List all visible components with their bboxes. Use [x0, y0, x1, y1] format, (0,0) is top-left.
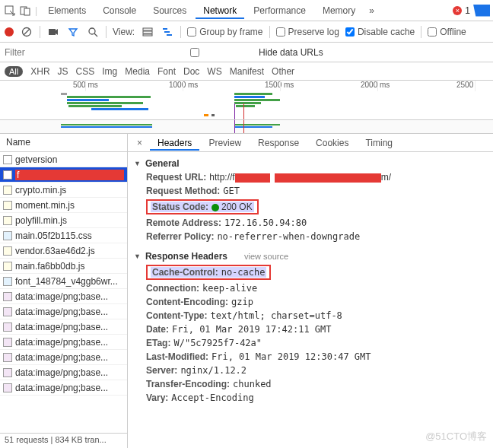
filter-xhr[interactable]: XHR: [30, 66, 49, 77]
device-icon[interactable]: [18, 4, 32, 17]
request-row[interactable]: main.05f2b115.css: [0, 228, 127, 243]
request-row[interactable]: data:image/png;base...: [0, 380, 127, 396]
tab-timing[interactable]: Timing: [358, 135, 400, 151]
request-list: Name getversionfcrypto.min.jsmoment.min.…: [0, 134, 128, 448]
tab-network[interactable]: Network: [196, 2, 244, 19]
tab-cookies[interactable]: Cookies: [308, 135, 356, 151]
file-icon: [3, 201, 12, 210]
error-indicator[interactable]: × 1: [453, 5, 490, 17]
request-row[interactable]: moment.min.js: [0, 198, 127, 213]
filter-all[interactable]: All: [5, 66, 23, 77]
file-name: data:image/png;base...: [15, 322, 108, 332]
tab-sources[interactable]: Sources: [145, 2, 194, 19]
request-row[interactable]: main.fa6bb0db.js: [0, 259, 127, 274]
tab-console[interactable]: Console: [95, 2, 144, 19]
triangle-down-icon: ▼: [134, 160, 141, 167]
devtools-tabs: | Elements Console Sources Network Perfo…: [0, 0, 493, 21]
section-response-headers[interactable]: ▼Response Headers view source: [128, 249, 493, 263]
timeline-overview[interactable]: 500 ms 1000 ms 1500 ms 2000 ms 2500: [0, 81, 493, 120]
filter-font[interactable]: Font: [157, 66, 176, 77]
main-split: Name getversionfcrypto.min.jsmoment.min.…: [0, 134, 493, 448]
request-row[interactable]: getversion: [0, 152, 127, 167]
svg-rect-8: [143, 28, 152, 30]
section-general[interactable]: ▼General: [128, 157, 493, 170]
transfer-encoding: Transfer-Encoding:chunked: [128, 377, 493, 391]
camera-icon[interactable]: [46, 25, 60, 39]
file-name: moment.min.js: [15, 200, 75, 211]
preserve-log-checkbox[interactable]: Preserve log: [276, 27, 339, 37]
request-row[interactable]: data:image/png;base...: [0, 319, 127, 335]
tab-elements[interactable]: Elements: [40, 2, 94, 19]
filter-manifest[interactable]: Manifest: [230, 66, 264, 77]
close-icon[interactable]: ×: [131, 138, 148, 148]
svg-line-4: [24, 29, 30, 35]
filter-img[interactable]: Img: [102, 66, 117, 77]
file-name: crypto.min.js: [15, 185, 66, 195]
column-header-name[interactable]: Name: [0, 134, 127, 152]
record-button[interactable]: [5, 27, 14, 37]
waterfall-icon[interactable]: [161, 25, 174, 39]
triangle-down-icon: ▼: [134, 253, 141, 260]
svg-rect-2: [24, 8, 30, 15]
file-icon: [3, 231, 12, 240]
file-icon: [3, 246, 12, 256]
filter-doc[interactable]: Doc: [183, 66, 199, 77]
request-row[interactable]: font_148784_v4ggb6wr...: [0, 274, 127, 289]
request-row[interactable]: crypto.min.js: [0, 183, 127, 198]
tab-memory[interactable]: Memory: [315, 2, 363, 19]
filter-media[interactable]: Media: [125, 66, 150, 77]
disable-cache-checkbox[interactable]: Disable cache: [345, 27, 415, 37]
request-row[interactable]: data:image/png;base...: [0, 365, 127, 380]
file-name: main.05f2b115.css: [15, 230, 92, 241]
file-icon: [3, 338, 12, 347]
file-name: data:image/png;base...: [15, 307, 108, 317]
hide-data-urls-checkbox[interactable]: Hide data URLs: [134, 47, 323, 58]
request-row[interactable]: data:image/png;base...: [0, 350, 127, 365]
request-row[interactable]: polyfill.min.js: [0, 213, 127, 228]
tabs-overflow[interactable]: »: [364, 5, 379, 16]
offline-checkbox[interactable]: Offline: [428, 27, 466, 37]
group-by-frame-checkbox[interactable]: Group by frame: [187, 27, 262, 37]
date: Date:Fri, 01 Mar 2019 17:42:11 GMT: [128, 322, 493, 336]
tick: 1000 ms: [169, 81, 198, 89]
large-rows-icon[interactable]: [141, 25, 154, 39]
server: Server:nginx/1.12.2: [128, 364, 493, 377]
search-icon[interactable]: [86, 25, 100, 39]
file-icon: [3, 307, 12, 316]
request-row[interactable]: data:image/png;base...: [0, 289, 127, 304]
filter-icon[interactable]: [66, 25, 80, 39]
tab-performance[interactable]: Performance: [246, 2, 313, 19]
request-row[interactable]: vendor.63ae46d2.js: [0, 243, 127, 259]
tick: 2500: [456, 81, 473, 89]
file-icon: [3, 262, 12, 271]
type-filters: All XHR JS CSS Img Media Font Doc WS Man…: [0, 62, 493, 81]
file-icon: [3, 277, 12, 286]
svg-point-6: [89, 28, 95, 34]
last-modified: Last-Modified:Fri, 01 Mar 2019 12:30:47 …: [128, 350, 493, 364]
svg-rect-10: [143, 34, 152, 36]
filter-ws[interactable]: WS: [207, 66, 221, 77]
request-row[interactable]: f: [0, 167, 127, 183]
view-label: View:: [113, 27, 135, 37]
connection: Connection:keep-alive: [128, 281, 493, 295]
view-source-link[interactable]: view source: [244, 252, 288, 261]
timeline-mini[interactable]: [0, 120, 493, 134]
detail-tabs: × Headers Preview Response Cookies Timin…: [128, 134, 493, 152]
tab-headers[interactable]: Headers: [150, 135, 199, 151]
headers-panel: ▼General Request URL:http://fm/ Request …: [128, 152, 493, 448]
error-icon: ×: [453, 6, 462, 15]
tab-preview[interactable]: Preview: [201, 135, 249, 151]
request-row[interactable]: data:image/png;base...: [0, 304, 127, 319]
separator: [106, 26, 107, 38]
filter-other[interactable]: Other: [272, 66, 294, 77]
request-row[interactable]: data:image/png;base...: [0, 335, 127, 350]
tab-response[interactable]: Response: [250, 135, 307, 151]
inspect-icon[interactable]: [3, 4, 17, 17]
filter-css[interactable]: CSS: [76, 66, 95, 77]
separator: [40, 26, 40, 38]
file-name: data:image/png;base...: [15, 383, 108, 393]
file-name: main.fa6bb0db.js: [15, 261, 84, 272]
filter-input[interactable]: [5, 47, 126, 58]
clear-icon[interactable]: [20, 25, 33, 39]
filter-js[interactable]: JS: [58, 66, 68, 77]
